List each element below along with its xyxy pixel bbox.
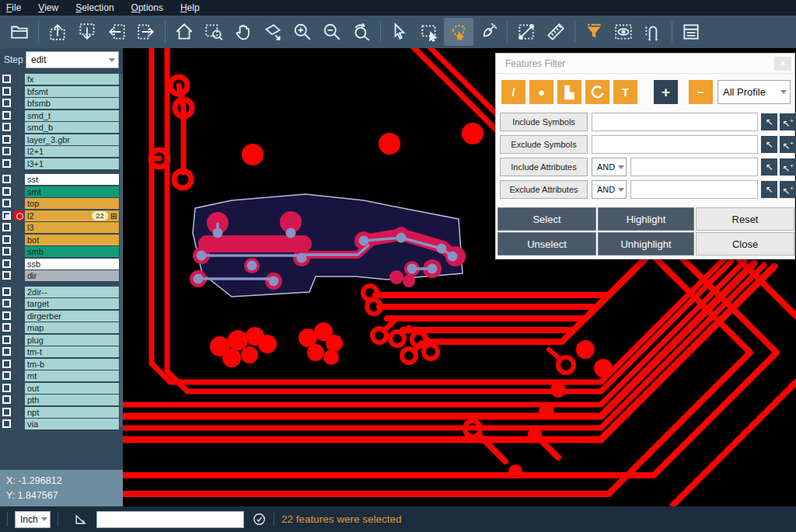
include-symbols-button[interactable]: Include Symbols — [500, 113, 588, 131]
clear-brush-button[interactable] — [473, 18, 503, 46]
command-input[interactable] — [96, 511, 244, 528]
layer-checkbox[interactable] — [2, 247, 11, 256]
zoom-in-button[interactable] — [288, 18, 317, 46]
layer-row-plug[interactable]: plug — [0, 335, 123, 346]
and-or-select[interactable]: AND — [592, 180, 627, 199]
layer-row-top[interactable]: top — [0, 198, 123, 209]
layer-row-dirgerber[interactable]: dirgerber — [0, 311, 123, 322]
features-filter-button[interactable] — [579, 18, 609, 46]
layer-name-strip[interactable]: pth — [25, 395, 119, 405]
select-button[interactable]: Select — [498, 207, 596, 231]
layer-name-strip[interactable]: smb — [25, 246, 119, 257]
close-button[interactable]: Close — [696, 232, 794, 256]
layer-row-2dir--[interactable]: 2dir-- — [0, 287, 123, 297]
layer-checkbox[interactable] — [2, 235, 11, 244]
layer-checkbox[interactable] — [2, 199, 11, 207]
menu-item-file[interactable]: File — [6, 2, 21, 13]
layer-row-tm-b[interactable]: tm-b — [0, 359, 123, 370]
layer-checkbox[interactable] — [2, 360, 11, 368]
layer-checkbox[interactable] — [2, 159, 11, 168]
layer-name-strip[interactable]: top — [25, 198, 119, 209]
home-view-button[interactable] — [169, 18, 199, 46]
layer-checkbox[interactable] — [2, 87, 11, 96]
layer-checkbox[interactable] — [2, 147, 11, 155]
include-symbols-input[interactable] — [592, 113, 758, 131]
step-select[interactable]: edit — [26, 51, 119, 68]
layer-checkbox[interactable] — [2, 287, 11, 296]
layer-name-strip[interactable]: via — [25, 419, 119, 429]
layer-row-layer_3.gbr[interactable]: layer_3.gbr — [0, 134, 123, 145]
grid-table-icon[interactable]: ⊞ — [110, 211, 117, 221]
zoom-previous-button[interactable] — [347, 18, 376, 46]
layer-name-strip[interactable]: map — [25, 322, 119, 333]
pan-left-button[interactable] — [102, 18, 131, 46]
layer-name-strip[interactable]: 2dir-- — [25, 287, 119, 297]
pick-from-canvas-button[interactable]: ↖ — [761, 158, 777, 176]
pick-from-canvas-button[interactable]: ↖ — [761, 181, 777, 198]
menu-item-options[interactable]: Options — [131, 2, 163, 13]
layer-row-l2[interactable]: l222⊞ — [0, 210, 123, 221]
layer-row-l2+1[interactable]: l2+1 — [0, 146, 123, 157]
layer-row-bfsmt[interactable]: bfsmt — [0, 86, 123, 97]
layer-checkbox[interactable] — [2, 408, 11, 416]
layer-checkbox[interactable] — [2, 259, 11, 268]
layer-row-l3[interactable]: l3 — [0, 222, 123, 233]
layer-name-strip[interactable]: bfsmb — [25, 98, 119, 109]
layer-name-strip[interactable]: tm-t — [25, 346, 119, 357]
zoom-out-button[interactable] — [317, 18, 347, 46]
layer-row-bfsmb[interactable]: bfsmb — [0, 98, 123, 109]
line-type-button[interactable]: / — [501, 80, 525, 104]
layer-name-strip[interactable]: sst — [25, 174, 119, 185]
layer-row-l3+1[interactable]: l3+1 — [0, 158, 123, 169]
layer-name-strip[interactable]: bot — [25, 235, 119, 245]
layer-name-strip[interactable]: bfsmt — [25, 86, 119, 97]
layer-name-strip[interactable]: ssb — [25, 259, 119, 269]
highlight-net-button[interactable] — [638, 18, 668, 46]
close-icon[interactable]: ✕ — [774, 57, 791, 71]
layer-row-map[interactable]: map — [0, 322, 123, 333]
layer-checkbox[interactable] — [2, 123, 11, 131]
rect-select-button[interactable] — [414, 18, 444, 46]
layer-row-smt[interactable]: smt — [0, 186, 123, 197]
layer-checkbox[interactable] — [2, 223, 11, 231]
ruler-button[interactable] — [541, 18, 571, 46]
layer-row-bot[interactable]: bot — [0, 235, 123, 245]
layer-name-strip[interactable]: mt — [25, 370, 119, 381]
layer-checkbox[interactable] — [2, 187, 11, 196]
layer-checkbox[interactable] — [2, 336, 11, 344]
unhighlight-button[interactable]: Unhighlight — [598, 232, 694, 256]
layer-checkbox[interactable] — [2, 111, 11, 120]
pick-from-canvas-button[interactable]: ↖ — [761, 113, 777, 130]
include-attributes-input[interactable] — [630, 158, 758, 176]
and-or-select[interactable]: AND — [592, 158, 627, 176]
layer-row-via[interactable]: via — [0, 419, 123, 429]
layer-checkbox[interactable] — [2, 311, 11, 320]
pick-add-button[interactable]: ↖+ — [780, 136, 796, 153]
profile-select[interactable]: All Profile — [717, 80, 791, 104]
menu-item-selection[interactable]: Selection — [75, 2, 113, 13]
layer-row-target[interactable]: target — [0, 298, 123, 309]
layer-name-strip[interactable]: l3+1 — [25, 158, 119, 169]
layer-name-strip[interactable]: l222⊞ — [25, 210, 119, 221]
select-arrow-button[interactable] — [385, 18, 414, 46]
open-file-button[interactable] — [5, 18, 34, 46]
arc-type-button[interactable] — [585, 80, 609, 104]
layer-checkbox[interactable] — [2, 175, 11, 183]
layer-row-sst[interactable]: sst — [0, 174, 123, 185]
layer-checkbox[interactable] — [2, 419, 11, 428]
layer-checkbox[interactable] — [2, 371, 11, 380]
layer-name-strip[interactable]: smt — [25, 186, 119, 197]
layer-name-strip[interactable]: l2+1 — [25, 146, 119, 157]
text-type-button[interactable]: T — [613, 80, 637, 104]
pick-from-canvas-button[interactable]: ↖ — [761, 136, 777, 153]
layer-name-strip[interactable]: fx — [25, 74, 119, 85]
exclude-attributes-input[interactable] — [630, 180, 758, 199]
layer-row-smd_b[interactable]: smd_b — [0, 122, 123, 133]
sync-check-icon[interactable] — [252, 512, 267, 527]
layer-row-ssb[interactable]: ssb — [0, 259, 123, 269]
menu-item-view[interactable]: View — [38, 2, 58, 13]
layer-checkbox[interactable] — [2, 99, 11, 107]
reset-button[interactable]: Reset — [696, 207, 794, 231]
view-options-button[interactable] — [609, 18, 638, 46]
layer-checkbox[interactable] — [2, 323, 11, 332]
